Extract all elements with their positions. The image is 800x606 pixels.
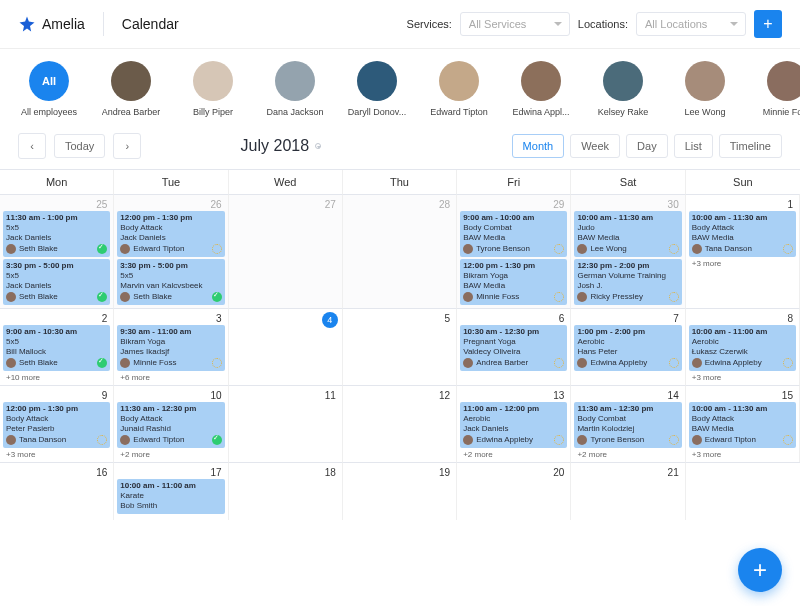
day-number: 5 bbox=[445, 313, 451, 324]
event-card[interactable]: 12:00 pm - 1:30 pmBody AttackPeter Pasie… bbox=[3, 402, 110, 448]
more-link[interactable]: +3 more bbox=[689, 257, 796, 268]
more-link[interactable]: +6 more bbox=[117, 371, 224, 382]
calendar-cell[interactable]: 1710:00 am - 11:00 amKarateBob Smith bbox=[114, 462, 228, 520]
more-link[interactable]: +2 more bbox=[574, 448, 681, 459]
calendar-cell[interactable]: 20 bbox=[457, 462, 571, 520]
calendar-cell[interactable]: 2511:30 am - 1:00 pm5x5Jack DanielsSeth … bbox=[0, 194, 114, 308]
more-link[interactable]: +3 more bbox=[689, 448, 796, 459]
event-subtitle: Jack Daniels bbox=[120, 233, 221, 243]
event-card[interactable]: 3:30 pm - 5:00 pm5x5Jack DanielsSeth Bla… bbox=[3, 259, 110, 305]
add-button[interactable]: + bbox=[754, 10, 782, 38]
calendar-cell[interactable]: 12 bbox=[343, 385, 457, 462]
event-card[interactable]: 12:30 pm - 2:00 pmGerman Volume Training… bbox=[574, 259, 681, 305]
more-link[interactable]: +2 more bbox=[460, 448, 567, 459]
day-header: Sat bbox=[571, 170, 685, 194]
calendar-cell[interactable]: 39:30 am - 11:00 amBikram YogaJames Ikad… bbox=[114, 308, 228, 385]
prev-button[interactable]: ‹ bbox=[18, 133, 46, 159]
employee-item[interactable]: Andrea Barber bbox=[100, 61, 162, 117]
today-button[interactable]: Today bbox=[54, 134, 105, 158]
event-card[interactable]: 12:00 pm - 1:30 pmBody AttackJack Daniel… bbox=[117, 211, 224, 257]
calendar-cell[interactable]: 1510:00 am - 11:30 amBody AttackBAW Medi… bbox=[686, 385, 800, 462]
event-assignee: Edwina Appleby bbox=[577, 358, 678, 368]
event-card[interactable]: 10:30 am - 12:30 pmPregnant YogaValdecy … bbox=[460, 325, 567, 371]
event-time: 10:00 am - 11:30 am bbox=[577, 213, 678, 223]
calendar-cell[interactable]: 299:00 am - 10:00 amBody CombatBAW Media… bbox=[457, 194, 571, 308]
more-link[interactable]: +2 more bbox=[117, 448, 224, 459]
event-card[interactable]: 10:00 am - 11:00 amKarateBob Smith bbox=[117, 479, 224, 514]
employee-item[interactable]: Edwina Appl... bbox=[510, 61, 572, 117]
event-card[interactable]: 9:00 am - 10:00 amBody CombatBAW MediaTy… bbox=[460, 211, 567, 257]
more-link[interactable]: +3 more bbox=[689, 371, 796, 382]
calendar-cell[interactable]: 71:00 pm - 2:00 pmAerobicHans PeterEdwin… bbox=[571, 308, 685, 385]
view-list[interactable]: List bbox=[674, 134, 713, 158]
calendar-cell[interactable]: 912:00 pm - 1:30 pmBody AttackPeter Pasi… bbox=[0, 385, 114, 462]
calendar-cell[interactable] bbox=[686, 462, 800, 520]
employee-item[interactable]: Billy Piper bbox=[182, 61, 244, 117]
employee-item[interactable]: Lee Wong bbox=[674, 61, 736, 117]
status-pending-icon bbox=[212, 358, 222, 368]
avatar-dot bbox=[120, 292, 130, 302]
employee-item[interactable]: Dana Jackson bbox=[264, 61, 326, 117]
employee-item[interactable]: Edward Tipton bbox=[428, 61, 490, 117]
event-card[interactable]: 9:30 am - 11:00 amBikram YogaJames Ikads… bbox=[117, 325, 224, 371]
calendar-header: MonTueWedThuFriSatSun bbox=[0, 170, 800, 194]
day-number: 12 bbox=[439, 390, 450, 401]
view-month[interactable]: Month bbox=[512, 134, 565, 158]
more-link[interactable]: +3 more bbox=[3, 448, 110, 459]
calendar-cell[interactable]: 610:30 am - 12:30 pmPregnant YogaValdecy… bbox=[457, 308, 571, 385]
event-card[interactable]: 9:00 am - 10:30 am5x5Bill MallockSeth Bl… bbox=[3, 325, 110, 371]
brand[interactable]: Amelia bbox=[18, 15, 85, 33]
event-assignee: Edwina Appleby bbox=[463, 435, 564, 445]
event-time: 9:00 am - 10:00 am bbox=[463, 213, 564, 223]
event-card[interactable]: 1:00 pm - 2:00 pmAerobicHans PeterEdwina… bbox=[574, 325, 681, 371]
event-card[interactable]: 10:00 am - 11:00 amAerobicŁukasz Czerwik… bbox=[689, 325, 796, 371]
event-card[interactable]: 3:30 pm - 5:00 pm5x5Marvin van Kalcvsbee… bbox=[117, 259, 224, 305]
calendar-cell[interactable]: 3010:00 am - 11:30 amJudoBAW MediaLee Wo… bbox=[571, 194, 685, 308]
day-number: 29 bbox=[553, 199, 564, 210]
event-title: 5x5 bbox=[6, 223, 107, 233]
event-card[interactable]: 11:30 am - 1:00 pm5x5Jack DanielsSeth Bl… bbox=[3, 211, 110, 257]
day-number: 6 bbox=[559, 313, 565, 324]
calendar-cell[interactable]: 1411:30 am - 12:30 pmBody CombatMartin K… bbox=[571, 385, 685, 462]
event-card[interactable]: 11:00 am - 12:00 pmAerobicJack DanielsEd… bbox=[460, 402, 567, 448]
calendar-cell[interactable]: 810:00 am - 11:00 amAerobicŁukasz Czerwi… bbox=[686, 308, 800, 385]
event-title: 5x5 bbox=[120, 271, 221, 281]
event-assignee: Tyrone Benson bbox=[577, 435, 678, 445]
avatar-dot bbox=[692, 358, 702, 368]
calendar-cell[interactable]: 4 bbox=[229, 308, 343, 385]
locations-select[interactable]: All Locations bbox=[636, 12, 746, 36]
employee-item[interactable]: Daryll Donov... bbox=[346, 61, 408, 117]
calendar-cell[interactable]: 19 bbox=[343, 462, 457, 520]
calendar-cell[interactable]: 1311:00 am - 12:00 pmAerobicJack Daniels… bbox=[457, 385, 571, 462]
fab-add-button[interactable]: + bbox=[738, 548, 782, 592]
employee-item[interactable]: Kelsey Rake bbox=[592, 61, 654, 117]
day-number: 4 bbox=[322, 312, 338, 328]
employee-item[interactable]: Minnie Foss bbox=[756, 61, 800, 117]
month-title[interactable]: July 2018 bbox=[241, 137, 322, 155]
view-week[interactable]: Week bbox=[570, 134, 620, 158]
calendar-cell[interactable]: 28 bbox=[343, 194, 457, 308]
calendar-cell[interactable]: 2612:00 pm - 1:30 pmBody AttackJack Dani… bbox=[114, 194, 228, 308]
event-card[interactable]: 12:00 pm - 1:30 pmBikram YogaBAW MediaMi… bbox=[460, 259, 567, 305]
calendar-cell[interactable]: 29:00 am - 10:30 am5x5Bill MallockSeth B… bbox=[0, 308, 114, 385]
calendar-cell[interactable]: 1011:30 am - 12:30 pmBody AttackJunaid R… bbox=[114, 385, 228, 462]
services-select[interactable]: All Services bbox=[460, 12, 570, 36]
calendar-cell[interactable]: 27 bbox=[229, 194, 343, 308]
next-button[interactable]: › bbox=[113, 133, 141, 159]
event-assignee: Seth Blake bbox=[6, 358, 107, 368]
calendar-cell[interactable]: 11 bbox=[229, 385, 343, 462]
employee-item[interactable]: AllAll employees bbox=[18, 61, 80, 117]
event-card[interactable]: 10:00 am - 11:30 amBody AttackBAW MediaT… bbox=[689, 211, 796, 257]
calendar-cell[interactable]: 18 bbox=[229, 462, 343, 520]
event-card[interactable]: 10:00 am - 11:30 amBody AttackBAW MediaE… bbox=[689, 402, 796, 448]
calendar-cell[interactable]: 110:00 am - 11:30 amBody AttackBAW Media… bbox=[686, 194, 800, 308]
calendar-cell[interactable]: 21 bbox=[571, 462, 685, 520]
more-link[interactable]: +10 more bbox=[3, 371, 110, 382]
calendar-cell[interactable]: 16 bbox=[0, 462, 114, 520]
view-timeline[interactable]: Timeline bbox=[719, 134, 782, 158]
event-card[interactable]: 11:30 am - 12:30 pmBody AttackJunaid Ras… bbox=[117, 402, 224, 448]
calendar-cell[interactable]: 5 bbox=[343, 308, 457, 385]
event-card[interactable]: 11:30 am - 12:30 pmBody CombatMartin Kol… bbox=[574, 402, 681, 448]
event-card[interactable]: 10:00 am - 11:30 amJudoBAW MediaLee Wong bbox=[574, 211, 681, 257]
view-day[interactable]: Day bbox=[626, 134, 668, 158]
